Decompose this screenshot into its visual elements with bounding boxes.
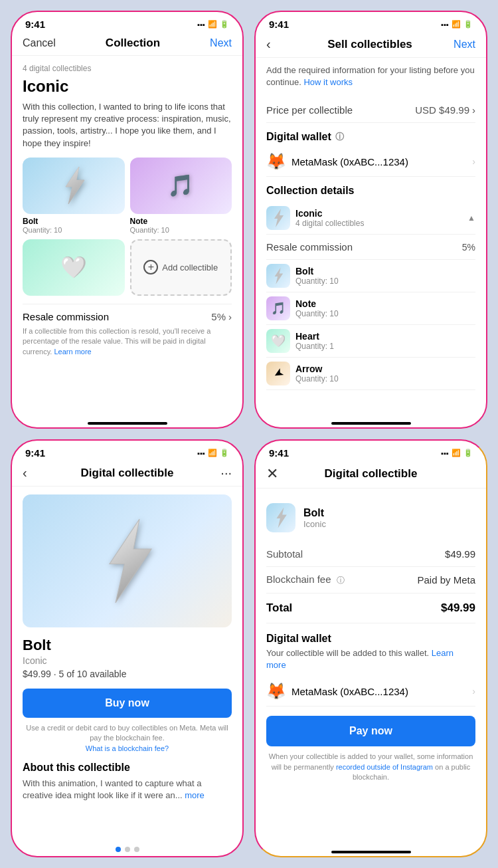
wallet-row-4[interactable]: 🦊 MetaMask (0xABC...1234) › [266, 677, 475, 706]
wallet-name-4: MetaMask (0xABC...1234) [291, 686, 408, 697]
nav-bar-2: ‹ Sell collectibles Next [256, 33, 486, 58]
info-icon: ⓘ [335, 131, 344, 143]
back-button-2[interactable]: ‹ [266, 37, 286, 52]
back-button-3[interactable]: ‹ [23, 465, 42, 481]
collectible-bolt[interactable]: Bolt Quantity: 10 [23, 158, 125, 234]
svg-marker-2 [274, 209, 284, 227]
chevron-right-icon: › [228, 311, 232, 322]
resale-label-2: Resale commission [266, 241, 353, 253]
note-qty: Quantity: 10 [130, 226, 232, 234]
sell-note-thumb: 🎵 [266, 296, 290, 320]
collectible-note[interactable]: 🎵 Note Quantity: 10 [130, 158, 232, 234]
note-icon: 🎵 [167, 173, 194, 198]
battery-icon: 🔋 [220, 20, 229, 29]
price-row[interactable]: Price per collectible USD $49.99 › [266, 98, 475, 123]
bolt-qty: Quantity: 10 [23, 226, 125, 234]
wallet-name: MetaMask (0xABC...1234) [291, 156, 408, 167]
next-button-1[interactable]: Next [210, 37, 232, 49]
resale-label: Resale commission [23, 311, 109, 322]
wallet-left: 🦊 MetaMask (0xABC...1234) [266, 152, 408, 171]
cancel-button[interactable]: Cancel [23, 37, 56, 49]
next-button-2[interactable]: Next [454, 39, 475, 51]
wallet-row[interactable]: 🦊 MetaMask (0xABC...1234) › [266, 147, 475, 177]
battery-icon-3: 🔋 [220, 449, 229, 457]
coll-name-main: Iconic [295, 208, 462, 219]
resale-row-2: Resale commission 5% [266, 235, 475, 260]
wifi-icon-2: 📶 [452, 20, 461, 29]
screen2-frame: 9:41 ▪▪▪ 📶 🔋 ‹ Sell collectibles Next Ad… [254, 11, 487, 429]
close-button[interactable]: ✕ [266, 465, 286, 483]
sell-arrow-name: Arrow [295, 364, 475, 374]
screen1-content: 4 digital collectibles Iconic With this … [12, 56, 242, 418]
collectible-heart[interactable]: 🤍 [23, 239, 125, 296]
subtotal-value: $49.99 [445, 548, 475, 560]
nav-title-3: Digital collectible [42, 467, 212, 480]
pay-now-button[interactable]: Pay now [266, 716, 475, 746]
sell-item-note: 🎵 Note Quantity: 10 [266, 292, 475, 325]
signal-icon: ▪▪▪ [197, 21, 205, 29]
price-value: USD $49.99 › [415, 104, 475, 116]
sell-note-qty: Quantity: 10 [295, 309, 475, 318]
learn-more-link[interactable]: Learn more [54, 348, 91, 356]
more-link[interactable]: more [185, 790, 205, 800]
metamask-icon: 🦊 [266, 152, 286, 171]
sell-subtitle: Add the required information for your li… [266, 64, 475, 88]
bolt-large-image [23, 494, 232, 627]
item-title: Bolt [23, 637, 232, 654]
subtotal-row: Subtotal $49.99 [266, 542, 475, 567]
home-indicator-2 [331, 422, 411, 425]
pay-note: When your collectible is added to your w… [266, 752, 475, 782]
svg-marker-5 [276, 508, 286, 528]
collection-desc: With this collection, I wanted to bring … [23, 101, 232, 150]
dw-header: Digital wallet [266, 633, 475, 645]
home-indicator-1 [88, 422, 167, 425]
coll-sub-main: 4 digital collectibles [295, 219, 462, 228]
bolt-image [23, 158, 125, 214]
buy-now-button[interactable]: Buy now [23, 689, 232, 718]
payment-item-collection: Iconic [303, 519, 326, 529]
chevron-up-icon: ▲ [467, 213, 475, 223]
blockchain-fee-link[interactable]: What is a blockchain fee? [86, 744, 169, 752]
about-title: About this collectible [23, 762, 232, 774]
status-bar-4: 9:41 ▪▪▪ 📶 🔋 [256, 441, 486, 461]
coll-info-main: Iconic 4 digital collectibles [295, 208, 462, 228]
heart-icon: 🤍 [60, 255, 87, 280]
collection-thumb [266, 206, 290, 230]
battery-icon-2: 🔋 [463, 20, 473, 29]
screen3-frame: 9:41 ▪▪▪ 📶 🔋 ‹ Digital collectible ··· [11, 439, 244, 857]
home-indicator-4 [331, 851, 411, 853]
chevron-right-icon-4: › [472, 686, 475, 697]
item-collection: Iconic [23, 655, 232, 666]
arrow-icon: ➤ [270, 365, 286, 383]
screen4-frame: 9:41 ▪▪▪ 📶 🔋 ✕ Digital collectible Bolt … [254, 439, 487, 857]
recorded-link[interactable]: recorded outside of Instagram [336, 763, 433, 771]
status-bar-3: 9:41 ▪▪▪ 📶 🔋 [12, 441, 242, 461]
wifi-icon-4: 📶 [452, 449, 461, 457]
metamask-icon-4: 🦊 [266, 682, 286, 701]
wallet-header: Digital wallet ⓘ [266, 131, 475, 143]
total-value: $49.99 [441, 601, 475, 615]
add-collectible-button[interactable]: + Add collectible [130, 239, 232, 296]
add-btn-inner: + Add collectible [143, 260, 218, 274]
how-it-works-link[interactable]: How it works [303, 77, 353, 87]
chevron-right-icon-2: › [472, 104, 475, 116]
resale-row[interactable]: Resale commission 5% › [23, 304, 232, 322]
heart-image: 🤍 [23, 239, 125, 296]
bolt-label: Bolt [23, 217, 125, 226]
sell-item-bolt: Bolt Quantity: 10 [266, 260, 475, 292]
screen1-frame: 9:41 ▪▪▪ 📶 🔋 Cancel Collection Next 4 di… [11, 11, 244, 429]
payment-item-info: Bolt Iconic [303, 507, 326, 529]
price-label: Price per collectible [266, 104, 353, 116]
collection-title: Iconic [23, 77, 232, 96]
time-3: 9:41 [25, 447, 45, 459]
fee-value: Paid by Meta [417, 574, 475, 586]
digital-wallet-section: Digital wallet Your collectible will be … [266, 633, 475, 706]
sell-heart-info: Heart Quantity: 1 [295, 331, 475, 351]
battery-icon-4: 🔋 [463, 449, 473, 457]
more-button[interactable]: ··· [212, 465, 232, 481]
sell-bolt-name: Bolt [295, 266, 475, 276]
fee-label: Blockchain fee ⓘ [266, 574, 345, 586]
heart-icon-2: 🤍 [271, 334, 286, 348]
sell-heart-thumb: 🤍 [266, 329, 290, 353]
signal-icon-3: ▪▪▪ [197, 449, 205, 457]
